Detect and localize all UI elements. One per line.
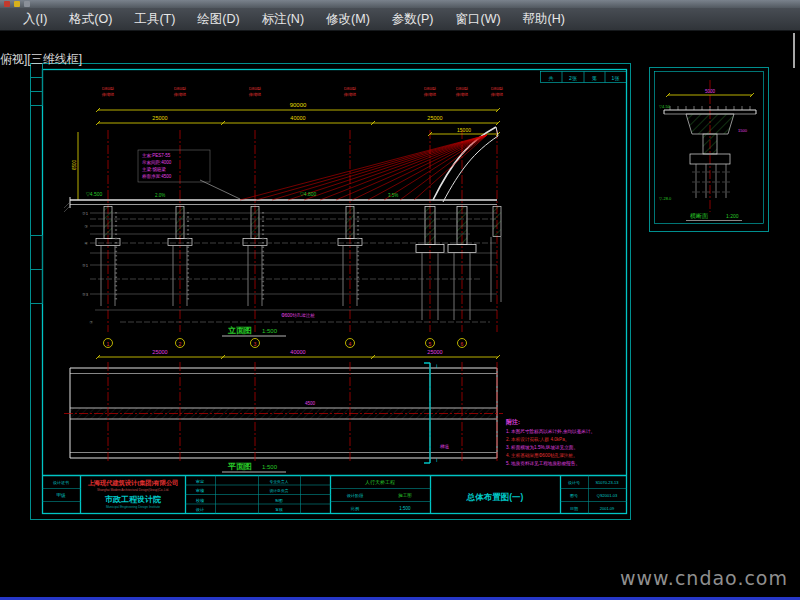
plan-dimensions: 25000 40000 25000 bbox=[96, 349, 500, 359]
svg-text:▽4.50: ▽4.50 bbox=[659, 104, 671, 109]
sheet-frame bbox=[31, 64, 631, 520]
svg-text:Ⅰ: Ⅰ bbox=[436, 457, 437, 463]
svg-text:附注:: 附注: bbox=[506, 418, 520, 426]
plan-title: 平面图 1:500 bbox=[222, 462, 286, 472]
svg-text:1: 1 bbox=[107, 341, 110, 347]
svg-text:伸缩缝: 伸缩缝 bbox=[101, 92, 115, 97]
company-block: 上海现代建筑设计(集团)有限公司 Shanghai Modern Archite… bbox=[88, 479, 179, 509]
sheet-cell: 第 bbox=[592, 75, 597, 81]
svg-text:校核: 校核 bbox=[196, 498, 205, 503]
menu-insert[interactable]: 入(I) bbox=[12, 8, 58, 30]
svg-text:设计阶段: 设计阶段 bbox=[347, 493, 365, 498]
joint-labels: D80型伸缩缝 D80型伸缩缝 D80型伸缩缝 D80型伸缩缝 D80型伸缩缝 … bbox=[101, 86, 504, 97]
svg-text:制图: 制图 bbox=[275, 498, 283, 503]
toolbar-icon bbox=[24, 1, 30, 7]
svg-text:2. 本桥设计荷载:人群 4.0kPa。: 2. 本桥设计荷载:人群 4.0kPa。 bbox=[506, 436, 569, 442]
notes-block: 附注: 1. 本图尺寸除标高以米计外,余均以毫米计。 2. 本桥设计荷载:人群 … bbox=[506, 418, 595, 466]
svg-text:伸缩缝: 伸缩缝 bbox=[423, 92, 437, 97]
sheet-cell: 共 bbox=[549, 75, 554, 81]
svg-text:1:500: 1:500 bbox=[399, 506, 411, 511]
svg-text:5: 5 bbox=[429, 341, 432, 347]
svg-text:6: 6 bbox=[461, 341, 464, 347]
menu-window[interactable]: 窗口(W) bbox=[444, 8, 511, 30]
svg-text:1:500: 1:500 bbox=[262, 464, 278, 470]
svg-text:15000: 15000 bbox=[457, 127, 471, 133]
watermark: www.cndao.com bbox=[620, 567, 788, 589]
svg-text:3. 桥面横坡为1.5%,纵坡详见立面。: 3. 桥面横坡为1.5%,纵坡详见立面。 bbox=[506, 444, 578, 451]
svg-text:Municipal Engineering Design I: Municipal Engineering Design Institute bbox=[106, 505, 160, 509]
svg-text:1. 本图尺寸除标高以米计外,余均以毫米计。: 1. 本图尺寸除标高以米计外,余均以毫米计。 bbox=[506, 428, 595, 435]
svg-text:专业负责人: 专业负责人 bbox=[270, 479, 289, 484]
deck-width-label: 4500 bbox=[305, 401, 316, 406]
svg-text:D80型: D80型 bbox=[344, 86, 356, 91]
svg-text:日期: 日期 bbox=[570, 506, 578, 511]
drawing-canvas[interactable]: 共 2张 第 1张 D80型伸缩缝 D80型伸缩缝 D80型伸缩缝 D80型伸缩… bbox=[0, 0, 800, 600]
svg-text:设计总负责: 设计总负责 bbox=[270, 488, 289, 493]
svg-text:设计号: 设计号 bbox=[568, 480, 580, 485]
svg-text:25000: 25000 bbox=[152, 115, 167, 121]
svg-text:施工图: 施工图 bbox=[397, 492, 412, 498]
project-cells: 人行天桥工程 设计阶段 施工图 比例 1:500 bbox=[331, 479, 431, 512]
sheet-cell: 2张 bbox=[569, 75, 577, 82]
deck-annotations: ▽4.500 ▽4.800 2.0% 3.5% bbox=[86, 191, 398, 198]
svg-text:⑦: ⑦ bbox=[89, 320, 93, 325]
pylon bbox=[433, 127, 498, 202]
svg-text:②1: ②1 bbox=[82, 211, 89, 216]
menu-parametric[interactable]: 参数(P) bbox=[381, 8, 445, 30]
svg-text:吊索间距:4000: 吊索间距:4000 bbox=[142, 160, 172, 166]
elevation-mark: ▽4.800 bbox=[300, 191, 317, 197]
svg-text:比例: 比例 bbox=[351, 506, 359, 512]
svg-text:25000: 25000 bbox=[427, 115, 442, 121]
svg-text:⑤1: ⑤1 bbox=[82, 263, 89, 268]
dim-overall: 90000 bbox=[290, 102, 307, 108]
legend-block: 主索:PES7-55 吊索间距:4000 主梁:钢箱梁 桥面净宽:4500 bbox=[138, 150, 240, 199]
svg-text:25000: 25000 bbox=[427, 349, 442, 355]
svg-text:伸缩缝: 伸缩缝 bbox=[343, 92, 357, 97]
sheet-cell: 1张 bbox=[612, 75, 620, 82]
roles-grid: 审定 审核 校核 设计 专业负责人 设计总负责 制图 复核 bbox=[186, 476, 331, 514]
svg-text:Ⅰ: Ⅰ bbox=[436, 363, 437, 369]
menu-help[interactable]: 帮助(H) bbox=[512, 8, 576, 30]
svg-text:1:200: 1:200 bbox=[726, 213, 739, 219]
number-cells: 设计号 S1070-23-13 图号 QS2001-03 日期 2001.09 bbox=[561, 476, 627, 514]
svg-text:D80型: D80型 bbox=[102, 86, 114, 91]
svg-text:图号: 图号 bbox=[570, 493, 578, 498]
svg-text:平面图: 平面图 bbox=[227, 462, 252, 471]
app-icon bbox=[4, 1, 10, 7]
window-titlebar bbox=[0, 0, 800, 8]
pile-label: Φ600钻孔灌注桩 bbox=[281, 312, 315, 318]
svg-text:5000: 5000 bbox=[705, 89, 716, 94]
svg-text:2: 2 bbox=[179, 341, 182, 347]
menu-modify[interactable]: 修改(M) bbox=[315, 8, 381, 30]
svg-text:甲级: 甲级 bbox=[57, 493, 67, 498]
svg-text:QS2001-03: QS2001-03 bbox=[597, 493, 618, 498]
abutment bbox=[491, 207, 501, 303]
quick-access-icon bbox=[14, 1, 20, 7]
svg-text:⑤3: ⑤3 bbox=[82, 292, 89, 297]
svg-text:3: 3 bbox=[254, 341, 257, 347]
svg-text:桥面净宽:4500: 桥面净宽:4500 bbox=[142, 174, 172, 179]
piers bbox=[96, 207, 501, 321]
menu-format[interactable]: 格式(O) bbox=[58, 8, 123, 30]
svg-text:1:500: 1:500 bbox=[262, 328, 278, 334]
svg-text:D80型: D80型 bbox=[491, 86, 503, 91]
svg-text:4. 主桥基础采用Φ600钻孔灌注桩。: 4. 主桥基础采用Φ600钻孔灌注桩。 bbox=[506, 452, 578, 459]
svg-text:④: ④ bbox=[84, 241, 88, 246]
svg-text:D80型: D80型 bbox=[174, 86, 186, 91]
svg-text:4: 4 bbox=[349, 341, 352, 347]
svg-text:S1070-23-13: S1070-23-13 bbox=[595, 480, 619, 485]
svg-text:主梁:钢箱梁: 主梁:钢箱梁 bbox=[142, 166, 166, 172]
menu-bar: 入(I) 格式(O) 工具(T) 绘图(D) 标注(N) 修改(M) 参数(P)… bbox=[0, 8, 800, 31]
viewport-control-label[interactable]: 俯视][三维线框] bbox=[0, 51, 82, 68]
sheet-count-strip: 共 2张 第 1张 bbox=[541, 72, 627, 83]
menu-dimension[interactable]: 标注(N) bbox=[251, 8, 315, 30]
svg-text:审核: 审核 bbox=[196, 488, 205, 493]
section-detail-view: 5000 ▽4.50 ▽-28.0 1500 横断面 1:200 bbox=[650, 68, 769, 232]
slope-mark: 3.5% bbox=[388, 193, 398, 198]
svg-text:伸缩缝: 伸缩缝 bbox=[248, 92, 262, 97]
menu-draw[interactable]: 绘图(D) bbox=[186, 8, 250, 30]
svg-text:D80型: D80型 bbox=[249, 86, 261, 91]
menu-tools[interactable]: 工具(T) bbox=[123, 8, 186, 30]
slope-mark: 2.0% bbox=[155, 193, 165, 198]
svg-text:1500: 1500 bbox=[738, 128, 748, 133]
